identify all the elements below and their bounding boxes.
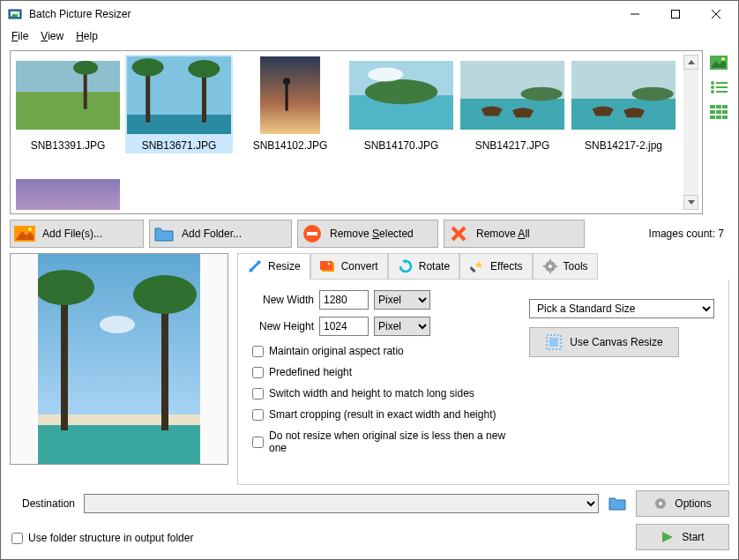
svg-marker-32 xyxy=(688,60,695,64)
svg-rect-77 xyxy=(549,259,551,262)
svg-marker-33 xyxy=(688,200,695,205)
menu-bar: File View Help xyxy=(1,27,738,45)
new-height-input[interactable] xyxy=(319,317,369,336)
smart-crop-checkbox[interactable] xyxy=(252,409,264,421)
add-folder-button[interactable]: Add Folder... xyxy=(149,220,292,248)
svg-point-30 xyxy=(631,87,673,101)
folder-icon xyxy=(153,223,175,244)
svg-rect-5 xyxy=(672,11,680,19)
thumbnail-item[interactable]: SNB13671.JPG xyxy=(125,55,233,153)
tab-convert[interactable]: Convert xyxy=(310,253,388,280)
svg-rect-80 xyxy=(555,265,557,267)
thumbnail-item[interactable]: SNB14170.JPG xyxy=(347,55,455,153)
maximize-button[interactable] xyxy=(655,1,696,27)
remove-icon xyxy=(302,223,323,244)
svg-point-20 xyxy=(283,78,290,85)
svg-rect-70 xyxy=(320,261,332,270)
thumbnail-image xyxy=(16,159,120,210)
view-details-button[interactable] xyxy=(709,103,728,121)
remove-all-label: Remove All xyxy=(476,228,530,240)
thumbnail-image xyxy=(16,56,120,134)
view-thumbnails-button[interactable] xyxy=(709,54,728,71)
tab-resize[interactable]: Resize xyxy=(237,253,310,280)
menu-view[interactable]: View xyxy=(35,28,69,44)
tab-tools[interactable]: Tools xyxy=(533,253,598,280)
predefined-height-checkbox[interactable] xyxy=(252,367,264,378)
view-list-button[interactable] xyxy=(709,78,728,96)
svg-rect-46 xyxy=(710,110,715,114)
options-button[interactable]: Options xyxy=(636,490,729,517)
thumbnail-image xyxy=(571,56,676,134)
play-icon xyxy=(661,530,675,544)
svg-rect-40 xyxy=(716,86,728,88)
image-icon xyxy=(14,223,35,244)
thumbnail-image xyxy=(127,56,231,134)
svg-rect-78 xyxy=(549,271,551,273)
gear-icon xyxy=(542,258,558,274)
svg-point-15 xyxy=(132,58,164,76)
thumbnail-item[interactable]: SNB14217-2.jpg xyxy=(570,55,677,153)
scroll-down-icon[interactable] xyxy=(683,195,698,210)
minimize-button[interactable] xyxy=(615,1,655,27)
menu-help[interactable]: Help xyxy=(71,28,103,44)
svg-rect-29 xyxy=(571,99,676,130)
convert-icon xyxy=(320,258,336,274)
svg-rect-73 xyxy=(470,266,476,273)
svg-rect-51 xyxy=(722,116,728,119)
thumbnail-item[interactable] xyxy=(14,157,122,210)
add-files-label: Add File(s)... xyxy=(42,228,102,240)
svg-point-54 xyxy=(28,228,32,231)
add-files-button[interactable]: Add File(s)... xyxy=(10,220,144,248)
standard-size-select[interactable]: Pick a Standard Size xyxy=(529,299,714,318)
tab-rotate[interactable]: Rotate xyxy=(388,253,459,280)
svg-marker-72 xyxy=(402,259,406,264)
window-title: Batch Picture Resizer xyxy=(29,8,615,20)
no-upscale-checkbox[interactable] xyxy=(252,437,264,448)
remove-selected-button[interactable]: Remove Selected xyxy=(297,220,438,248)
svg-point-3 xyxy=(17,11,19,13)
svg-rect-31 xyxy=(16,179,120,210)
scroll-up-icon[interactable] xyxy=(683,55,698,70)
tab-effects[interactable]: Effects xyxy=(459,253,532,280)
svg-rect-56 xyxy=(307,232,317,235)
svg-rect-9 xyxy=(16,92,120,130)
thumbnail-label: SNB13391.JPG xyxy=(31,139,106,152)
thumbnail-item[interactable]: SNB13391.JPG xyxy=(14,55,122,153)
remove-all-button[interactable]: Remove All xyxy=(444,220,585,248)
svg-point-76 xyxy=(549,265,552,268)
switch-wh-checkbox[interactable] xyxy=(252,388,264,399)
add-folder-label: Add Folder... xyxy=(182,228,242,240)
browse-folder-button[interactable] xyxy=(606,493,629,514)
thumbnail-item[interactable]: SNB14217.JPG xyxy=(459,55,566,153)
svg-rect-64 xyxy=(161,298,168,430)
svg-point-84 xyxy=(659,502,662,505)
width-unit-select[interactable]: Pixel xyxy=(374,290,430,310)
thumbnail-label: SNB14102.JPG xyxy=(253,139,328,152)
destination-select[interactable] xyxy=(84,494,599,513)
svg-rect-47 xyxy=(716,110,721,114)
thumbnail-item[interactable]: SNB14102.JPG xyxy=(236,55,344,153)
destination-label: Destination xyxy=(10,497,77,510)
height-unit-select[interactable]: Pixel xyxy=(374,317,430,336)
svg-rect-38 xyxy=(716,82,728,84)
remove-selected-label: Remove Selected xyxy=(330,228,414,240)
close-button[interactable] xyxy=(696,1,736,27)
tab-bar: Resize Convert Rotate Effects Tools xyxy=(237,253,729,280)
svg-rect-43 xyxy=(710,105,715,108)
thumbnail-scrollbar[interactable] xyxy=(683,55,698,210)
thumbnail-label: SNB14217.JPG xyxy=(475,139,550,152)
canvas-resize-button[interactable]: Use Canvas Resize xyxy=(529,327,679,357)
menu-file[interactable]: File xyxy=(6,28,34,44)
use-folder-structure-checkbox[interactable] xyxy=(11,533,23,544)
maintain-ar-checkbox[interactable] xyxy=(252,346,264,357)
thumbnail-image xyxy=(460,56,564,134)
rotate-icon xyxy=(398,258,414,274)
new-height-label: New Height xyxy=(252,320,314,332)
resize-icon xyxy=(247,258,263,274)
new-width-input[interactable] xyxy=(319,290,369,310)
svg-rect-49 xyxy=(710,116,715,119)
start-button[interactable]: Start xyxy=(636,524,729,550)
canvas-icon xyxy=(545,333,563,351)
app-icon xyxy=(8,7,22,21)
svg-point-66 xyxy=(100,316,135,333)
